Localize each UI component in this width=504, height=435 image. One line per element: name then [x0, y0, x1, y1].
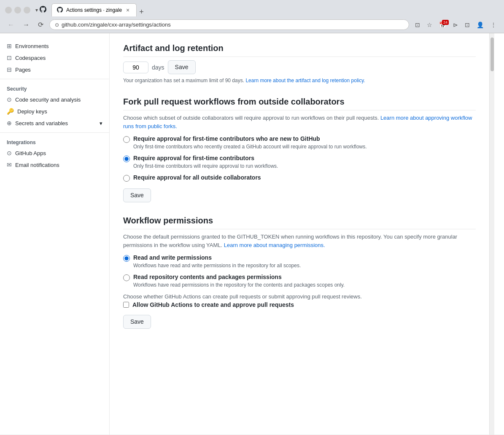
sidebar-divider-2 — [0, 132, 109, 133]
retention-note-text: Your organization has set a maximum limi… — [123, 78, 244, 83]
security-icon: ⊙ — [55, 22, 59, 28]
url-text: github.com/zingale/cxx-array/settings/ac… — [62, 21, 404, 28]
profile-button[interactable]: 👤 — [474, 20, 486, 30]
close-window-button[interactable]: × — [5, 7, 12, 13]
extension-btn1[interactable]: 24 📅 — [437, 20, 449, 30]
fork-section-title: Fork pull request workflows from outside… — [123, 97, 476, 110]
sidebar-item-label: Codespaces — [15, 55, 46, 61]
fork-save-row: Save — [123, 188, 476, 202]
pull-request-desc: Choose whether GitHub Actions can create… — [123, 293, 476, 300]
scrollbar-thumb[interactable] — [491, 38, 494, 71]
workflow-option-1-label[interactable]: Read and write permissions — [133, 254, 212, 261]
sidebar-item-codespaces[interactable]: ⊡ Codespaces — [0, 52, 109, 64]
workflow-save-row: Save — [123, 315, 476, 329]
cast-button[interactable]: ⊡ — [412, 20, 423, 30]
workflow-learn-more-link[interactable]: Learn more about managing permissions. — [224, 242, 325, 248]
fork-radio-1[interactable] — [123, 136, 130, 143]
minimize-window-button[interactable]: − — [14, 7, 21, 13]
workflow-section-desc: Choose the default permissions granted t… — [123, 233, 476, 249]
fork-option-2-label[interactable]: Require approval for first-time contribu… — [133, 155, 254, 161]
sidebar-item-github-apps[interactable]: ⊙ GitHub Apps — [0, 147, 109, 159]
retention-row: days Save — [123, 60, 476, 74]
sidebar-divider — [0, 79, 109, 79]
fork-option-3-label[interactable]: Require approval for all outside collabo… — [133, 174, 261, 181]
fork-section-desc: Choose which subset of outside collabora… — [123, 114, 476, 130]
allow-pr-label[interactable]: Allow GitHub Actions to create and appro… — [132, 301, 294, 308]
workflow-option-2-label[interactable]: Read repository contents and packages pe… — [133, 274, 282, 280]
maximize-window-button[interactable]: □ — [24, 7, 30, 13]
deploy-keys-icon: 🔑 — [7, 108, 14, 115]
workflow-radio-2[interactable] — [123, 274, 130, 281]
retention-note: Your organization has set a maximum limi… — [123, 78, 476, 83]
profile-dropdown[interactable]: ▾ — [35, 7, 38, 13]
pages-icon: ⊟ — [7, 66, 12, 73]
tab-close-button[interactable]: × — [124, 6, 131, 14]
secrets-icon: ⊕ — [7, 120, 12, 126]
email-icon: ✉ — [7, 161, 12, 168]
workflow-save-button[interactable]: Save — [123, 315, 151, 329]
fork-desc-text: Choose which subset of outside collabora… — [123, 115, 379, 121]
new-tab-button[interactable]: + — [137, 8, 146, 16]
artifact-section: Artifact and log retention days Save You… — [123, 43, 476, 83]
sidebar-item-deploy-keys[interactable]: 🔑 Deploy keys — [0, 105, 109, 117]
workflow-option-1-desc: Workflows have read and write permission… — [133, 263, 476, 269]
sidebar-item-label: Pages — [15, 67, 31, 73]
checkbox-row: Allow GitHub Actions to create and appro… — [123, 301, 476, 308]
github-apps-icon: ⊙ — [7, 150, 12, 156]
fork-save-button[interactable]: Save — [123, 188, 151, 202]
environments-icon: ⊞ — [7, 43, 12, 49]
forward-button[interactable]: → — [20, 19, 32, 30]
active-tab[interactable]: Actions settings · zingale × — [51, 3, 137, 16]
pull-request-desc-text: Choose whether GitHub Actions can create… — [123, 293, 362, 300]
artifact-section-title: Artifact and log retention — [123, 43, 476, 57]
fork-radio-3[interactable] — [123, 175, 130, 182]
fork-option-1: Require approval for first-time contribu… — [123, 135, 476, 150]
tab-favicon — [57, 7, 64, 13]
scrollbar-track[interactable] — [489, 33, 494, 435]
extension-btn2[interactable]: ⊳ — [450, 20, 461, 30]
workflow-radio-1[interactable] — [123, 255, 130, 262]
retention-days-label: days — [152, 64, 164, 71]
workflow-section-title: Workflow permissions — [123, 216, 476, 229]
workflow-option-1: Read and write permissions Workflows hav… — [123, 254, 476, 269]
retention-learn-more-link[interactable]: Learn more about the artifact and log re… — [245, 78, 365, 83]
workflow-option-2-desc: Workflows have read permissions in the r… — [133, 282, 476, 288]
fork-radio-2[interactable] — [123, 156, 130, 162]
sidebar-item-email-notifications[interactable]: ✉ Email notifications — [0, 159, 109, 171]
sidebar-item-label: Environments — [15, 43, 49, 49]
tab-title: Actions settings · zingale — [66, 7, 122, 13]
reload-button[interactable]: ⟳ — [35, 19, 46, 30]
window-controls: × − □ — [5, 7, 30, 13]
bookmark-button[interactable]: ☆ — [424, 20, 435, 30]
sidebar-item-label: Code security and analysis — [15, 97, 81, 103]
extensions-button[interactable]: ⊡ — [462, 20, 472, 30]
fork-section: Fork pull request workflows from outside… — [123, 97, 476, 202]
sidebar-item-code-security[interactable]: ⊙ Code security and analysis — [0, 94, 109, 105]
sidebar-item-label: GitHub Apps — [15, 150, 46, 156]
browser-chrome: × − □ ▾ Actions settings · zingale × + ←… — [0, 0, 504, 33]
main-content: Artifact and log retention days Save You… — [110, 33, 489, 435]
workflow-section: Workflow permissions Choose the default … — [123, 216, 476, 329]
codespaces-icon: ⊡ — [7, 54, 12, 61]
chevron-down-icon: ▾ — [100, 120, 102, 126]
sidebar-item-secrets-variables[interactable]: ⊕ Secrets and variables ▾ — [0, 117, 109, 129]
fork-option-3: Require approval for all outside collabo… — [123, 174, 476, 182]
sidebar-item-environments[interactable]: ⊞ Environments — [0, 40, 109, 52]
sidebar-item-label: Email notifications — [15, 162, 59, 168]
workflow-option-2: Read repository contents and packages pe… — [123, 274, 476, 288]
sidebar-item-label: Deploy keys — [17, 108, 47, 115]
allow-pr-checkbox[interactable] — [123, 302, 129, 308]
address-bar: ← → ⟳ ⊙ github.com/zingale/cxx-array/set… — [0, 16, 504, 33]
page-wrapper: ⊞ Environments ⊡ Codespaces ⊟ Pages Secu… — [0, 33, 504, 435]
fork-option-1-label[interactable]: Require approval for first-time contribu… — [133, 135, 320, 142]
retention-save-button[interactable]: Save — [168, 60, 196, 74]
url-bar[interactable]: ⊙ github.com/zingale/cxx-array/settings/… — [49, 19, 409, 30]
sidebar-item-pages[interactable]: ⊟ Pages — [0, 64, 109, 75]
fork-option-2-desc: Only first-time contributors will requir… — [133, 163, 476, 169]
menu-button[interactable]: ⋮ — [488, 20, 499, 30]
back-button[interactable]: ← — [5, 19, 17, 30]
security-section-title: Security — [0, 83, 109, 94]
page-outer: ⊞ Environments ⊡ Codespaces ⊟ Pages Secu… — [0, 33, 504, 435]
retention-days-input[interactable] — [123, 62, 148, 73]
fork-option-2: Require approval for first-time contribu… — [123, 155, 476, 169]
